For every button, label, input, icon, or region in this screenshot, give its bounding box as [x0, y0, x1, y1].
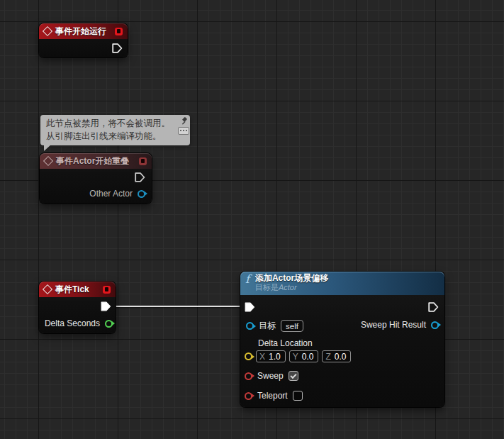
disabled-node-warning-bubble: 此节点被禁用，将不会被调用。 从引脚连出引线来编译功能。 [40, 115, 190, 145]
exec-out-pin[interactable] [428, 302, 439, 312]
node-event-actorbeginoverlap[interactable]: 事件Actor开始重叠 Other Actor [40, 153, 152, 204]
exec-out-pin-connected[interactable] [101, 301, 111, 311]
delta-location-vector-pin[interactable] [245, 352, 252, 360]
teleport-checkbox[interactable] [293, 391, 303, 401]
node-title: 添加Actor场景偏移 [255, 274, 328, 283]
node-event-tick-header[interactable]: 事件Tick [39, 282, 116, 297]
target-value-box[interactable]: self [281, 320, 303, 332]
sweep-checkbox[interactable] [289, 371, 298, 381]
pushpin-icon[interactable] [180, 117, 187, 125]
target-pin-row: 目标 self [246, 320, 303, 332]
sweep-hit-result-pin-row: Sweep Hit Result [361, 320, 439, 330]
other-actor-pin-label: Other Actor [89, 189, 133, 199]
other-actor-object-pin[interactable] [138, 190, 145, 198]
exec-in-pin-connected[interactable] [245, 302, 255, 312]
other-actor-pin-row: Other Actor [89, 189, 145, 199]
event-enabled-indicator-icon [103, 286, 111, 294]
node-event-beginplay[interactable]: 事件开始运行 [39, 23, 128, 57]
target-object-pin[interactable] [246, 322, 254, 330]
sweep-bool-pin[interactable] [245, 372, 252, 380]
node-title: 事件开始运行 [55, 26, 106, 38]
event-enabled-indicator-icon [139, 157, 147, 165]
teleport-pin-label: Teleport [257, 391, 288, 401]
sweep-hit-result-pin-label: Sweep Hit Result [361, 320, 426, 330]
node-add-actor-world-offset[interactable]: f 添加Actor场景偏移 目标是Actor 目标 self Sweep Hit… [240, 272, 444, 407]
delta-location-pin-block: Delta Location X 1.0 Y 0.0 Z 0.0 [245, 338, 351, 362]
delta-seconds-float-pin[interactable] [105, 320, 113, 328]
delta-seconds-pin-label: Delta Seconds [45, 318, 100, 328]
node-title: 事件Actor开始重叠 [56, 155, 129, 167]
sweep-pin-row: Sweep [245, 371, 298, 381]
node-subtitle: 目标是Actor [255, 283, 328, 292]
event-diamond-icon [43, 26, 52, 36]
teleport-bool-pin[interactable] [245, 392, 252, 400]
sweep-hit-result-object-pin[interactable] [431, 321, 439, 329]
delta-seconds-pin-row: Delta Seconds [45, 318, 113, 328]
function-f-icon: f [245, 272, 250, 287]
warning-line-2: 从引脚连出引线来编译功能。 [46, 130, 173, 143]
exec-wire-tick-to-addoffset[interactable] [113, 306, 246, 307]
event-enabled-indicator-icon [115, 28, 123, 35]
target-pin-label: 目标 [259, 320, 276, 332]
node-add-actor-world-offset-header[interactable]: f 添加Actor场景偏移 目标是Actor [240, 272, 444, 295]
node-title: 事件Tick [55, 284, 89, 296]
exec-out-pin[interactable] [112, 43, 123, 53]
delta-x-input[interactable]: X 1.0 [256, 350, 286, 362]
warning-line-1: 此节点被禁用，将不会被调用。 [46, 117, 173, 130]
event-diamond-icon [43, 284, 52, 294]
node-event-actorbeginoverlap-header[interactable]: 事件Actor开始重叠 [40, 153, 152, 169]
event-diamond-icon [43, 156, 53, 166]
teleport-pin-row: Teleport [245, 391, 303, 401]
delta-z-input[interactable]: Z 0.0 [322, 350, 351, 362]
blueprint-graph-canvas[interactable]: { "colors": { "canvas_bg": "#262626", "g… [0, 0, 504, 439]
node-event-tick[interactable]: 事件Tick Delta Seconds [39, 282, 116, 333]
node-event-beginplay-header[interactable]: 事件开始运行 [39, 23, 128, 39]
exec-out-pin[interactable] [135, 172, 145, 182]
delta-y-input[interactable]: Y 0.0 [289, 350, 319, 362]
delta-location-pin-label: Delta Location [258, 338, 351, 348]
sweep-pin-label: Sweep [257, 371, 284, 381]
comment-bubble-toggle-icon[interactable] [178, 127, 189, 135]
